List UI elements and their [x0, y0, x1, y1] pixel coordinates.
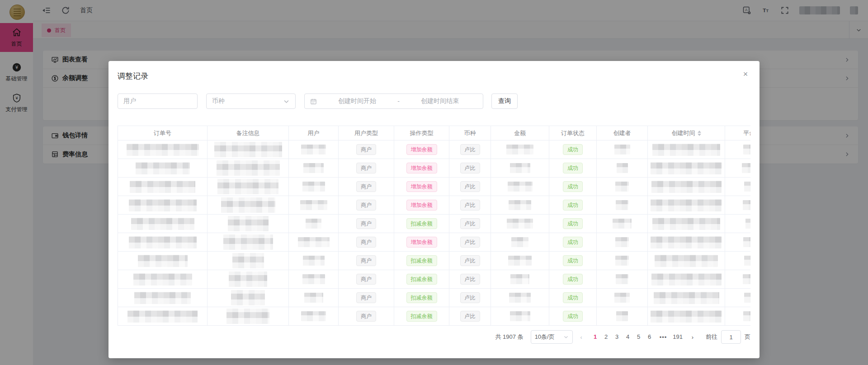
- table-row: 商户扣减余额卢比成功: [118, 270, 750, 289]
- redacted-value: [651, 162, 722, 174]
- redacted-value: [510, 163, 530, 173]
- redacted-value: [655, 255, 718, 267]
- redacted-value: [223, 234, 273, 250]
- op-type-tag: 增加余额: [406, 181, 437, 192]
- user-filter-input[interactable]: 用户: [118, 94, 198, 109]
- redacted-value: [217, 179, 278, 194]
- table-header-row: 订单号备注信息用户用户类型操作类型币种金额订单状态创建者创建时间平台用: [118, 126, 750, 140]
- op-type-tag: 扣减余额: [406, 218, 437, 229]
- redacted-value: [136, 162, 190, 174]
- currency-tag: 卢比: [460, 163, 480, 173]
- table-header-cell: 订单状态: [549, 126, 597, 140]
- date-range-picker[interactable]: 创建时间开始 - 创建时间结束: [304, 94, 483, 109]
- redacted-value: [127, 310, 198, 323]
- table-header-cell: 用户: [289, 126, 339, 140]
- redacted-value: [743, 311, 751, 321]
- table-header-cell: 创建者: [597, 126, 648, 140]
- redacted-value: [616, 274, 628, 284]
- page-button-2[interactable]: 2: [601, 331, 612, 343]
- op-type-tag: 增加余额: [406, 237, 437, 248]
- prev-page-button[interactable]: ‹: [576, 334, 586, 341]
- redacted-value: [652, 218, 720, 230]
- table-row: 商户增加余额卢比成功: [118, 178, 750, 196]
- modal-title: 调整记录: [118, 71, 148, 81]
- user-type-tag: 商户: [356, 311, 376, 322]
- redacted-value: [510, 274, 529, 284]
- op-type-tag: 扣减余额: [406, 255, 437, 266]
- table-header-cell[interactable]: 创建时间: [648, 126, 725, 140]
- status-tag: 成功: [563, 311, 583, 322]
- table-row: 商户扣减余额卢比成功: [118, 307, 750, 326]
- redacted-value: [745, 219, 751, 229]
- redacted-value: [303, 163, 324, 173]
- chevron-down-icon: [283, 98, 290, 105]
- table-row: 商户扣减余额卢比成功: [118, 215, 750, 233]
- table-row: 商户增加余额卢比成功: [118, 196, 750, 215]
- page-button-3[interactable]: 3: [612, 331, 623, 343]
- goto-label: 前往: [706, 333, 717, 341]
- status-tag: 成功: [563, 255, 583, 266]
- redacted-value: [134, 292, 191, 304]
- redacted-value: [131, 218, 194, 230]
- redacted-value: [743, 237, 751, 247]
- currency-filter-select[interactable]: 币种: [206, 94, 296, 109]
- redacted-value: [651, 181, 722, 193]
- table-header-cell: 订单号: [118, 126, 208, 140]
- redacted-value: [614, 145, 630, 154]
- next-page-button[interactable]: ›: [688, 334, 698, 341]
- user-type-tag: 商户: [356, 218, 376, 229]
- search-button[interactable]: 查询: [491, 94, 518, 109]
- redacted-value: [508, 256, 532, 266]
- op-type-tag: 增加余额: [406, 144, 437, 155]
- records-table: 订单号备注信息用户用户类型操作类型币种金额订单状态创建者创建时间平台用 商户增加…: [118, 126, 750, 326]
- chevron-down-icon: [563, 334, 569, 340]
- redacted-value: [130, 181, 195, 193]
- status-tag: 成功: [563, 163, 583, 173]
- currency-tag: 卢比: [460, 237, 480, 248]
- page-button-last[interactable]: 191: [671, 331, 684, 343]
- currency-tag: 卢比: [460, 274, 480, 285]
- redacted-value: [742, 163, 750, 173]
- goto-page-input[interactable]: [721, 330, 741, 344]
- page-button-1[interactable]: 1: [590, 331, 601, 343]
- status-tag: 成功: [563, 181, 583, 192]
- redacted-value: [302, 182, 325, 192]
- status-tag: 成功: [563, 200, 583, 211]
- page-button-5[interactable]: 5: [633, 331, 644, 343]
- currency-tag: 卢比: [460, 292, 480, 303]
- redacted-value: [303, 256, 325, 266]
- page-size-value: 10条/页: [535, 333, 555, 341]
- currency-tag: 卢比: [460, 200, 480, 211]
- table-header-cell: 操作类型: [394, 126, 449, 140]
- op-type-tag: 扣减余额: [406, 274, 437, 285]
- redacted-value: [652, 144, 720, 156]
- redacted-value: [651, 273, 722, 285]
- page-size-select[interactable]: 10条/页: [531, 330, 573, 344]
- redacted-value: [229, 271, 267, 287]
- more-pages-icon[interactable]: •••: [659, 334, 668, 341]
- close-icon[interactable]: ×: [741, 70, 750, 78]
- currency-select-placeholder: 币种: [212, 97, 225, 105]
- page-button-6[interactable]: 6: [644, 331, 655, 343]
- currency-tag: 卢比: [460, 255, 480, 266]
- table-row: 商户扣减余额卢比成功: [118, 252, 750, 270]
- redacted-value: [127, 144, 199, 156]
- op-type-tag: 扣减余额: [406, 292, 437, 303]
- currency-tag: 卢比: [460, 311, 480, 322]
- redacted-value: [651, 236, 722, 248]
- user-type-tag: 商户: [356, 255, 376, 266]
- page-button-4[interactable]: 4: [623, 331, 633, 343]
- sort-carets-icon[interactable]: [698, 131, 701, 136]
- user-type-tag: 商户: [356, 200, 376, 211]
- redacted-value: [507, 219, 533, 229]
- redacted-value: [138, 255, 188, 267]
- op-type-tag: 增加余额: [406, 163, 437, 173]
- table-row: 商户扣减余额卢比成功: [118, 289, 750, 307]
- redacted-value: [654, 292, 719, 304]
- date-start-placeholder: 创建时间开始: [320, 97, 395, 105]
- redacted-value: [306, 219, 321, 229]
- redacted-value: [129, 236, 197, 248]
- table-row: 商户增加余额卢比成功: [118, 233, 750, 252]
- pagination: 共 1907 条 10条/页 ‹ 123456 ••• 191 › 前往 页: [495, 330, 750, 344]
- currency-tag: 卢比: [460, 218, 480, 229]
